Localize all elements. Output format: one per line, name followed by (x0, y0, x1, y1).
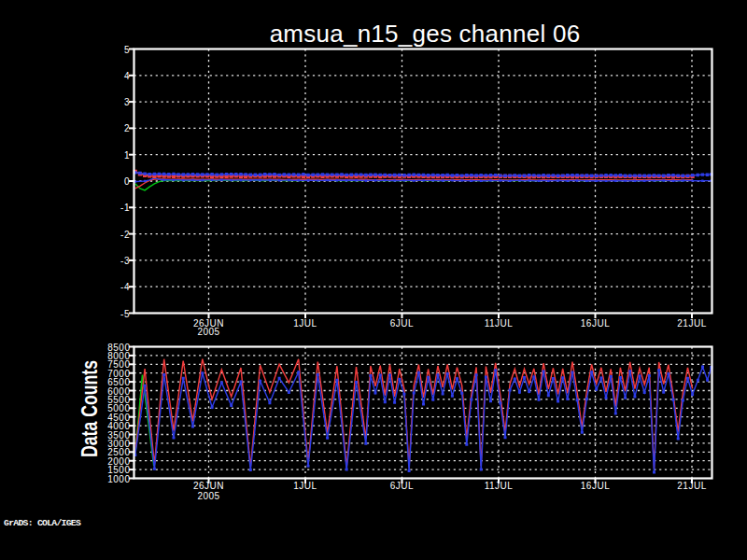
svg-text:7000: 7000 (107, 369, 130, 379)
svg-text:1000: 1000 (107, 474, 130, 484)
svg-text:8000: 8000 (107, 351, 130, 361)
svg-text:3: 3 (124, 97, 130, 107)
svg-text:4500: 4500 (107, 413, 130, 423)
svg-text:-3: -3 (120, 256, 130, 266)
svg-text:21JUL: 21JUL (677, 318, 706, 329)
svg-text:1JUL: 1JUL (293, 318, 317, 329)
svg-text:2005: 2005 (197, 327, 219, 337)
svg-text:26JUN: 26JUN (193, 481, 224, 491)
svg-text:-5: -5 (120, 309, 130, 319)
svg-text:4: 4 (124, 71, 130, 81)
svg-text:16JUL: 16JUL (581, 481, 610, 491)
svg-text:1JUL: 1JUL (293, 481, 317, 491)
svg-text:1: 1 (124, 150, 130, 161)
svg-text:0: 0 (124, 176, 130, 187)
svg-text:2: 2 (124, 123, 130, 133)
svg-text:6JUL: 6JUL (390, 481, 414, 491)
svg-text:1500: 1500 (107, 465, 130, 475)
svg-text:6000: 6000 (107, 386, 130, 397)
svg-text:5000: 5000 (107, 403, 130, 413)
svg-text:16JUL: 16JUL (581, 318, 610, 329)
svg-text:2005: 2005 (197, 491, 219, 501)
svg-text:11JUL: 11JUL (485, 318, 514, 329)
svg-text:2500: 2500 (107, 447, 130, 457)
svg-text:11JUL: 11JUL (485, 481, 514, 491)
svg-text:21JUL: 21JUL (677, 481, 706, 491)
svg-text:5: 5 (124, 45, 130, 55)
svg-text:-2: -2 (120, 230, 130, 240)
svg-text:3500: 3500 (107, 430, 130, 441)
svg-text:6JUL: 6JUL (390, 318, 414, 329)
svg-text:6500: 6500 (107, 377, 130, 387)
svg-text:2000: 2000 (107, 456, 130, 467)
svg-text:4000: 4000 (107, 421, 130, 431)
svg-text:-1: -1 (120, 203, 130, 213)
svg-text:GrADS: COLA/IGES: GrADS: COLA/IGES (4, 518, 81, 528)
svg-text:3000: 3000 (107, 439, 130, 449)
svg-text:amsua_n15_ges channel 06: amsua_n15_ges channel 06 (270, 20, 581, 48)
svg-text:8500: 8500 (107, 343, 130, 353)
svg-text:Data Counts: Data Counts (78, 360, 102, 457)
svg-text:-4: -4 (120, 282, 130, 292)
svg-text:5500: 5500 (107, 395, 130, 405)
svg-text:7500: 7500 (107, 359, 130, 370)
